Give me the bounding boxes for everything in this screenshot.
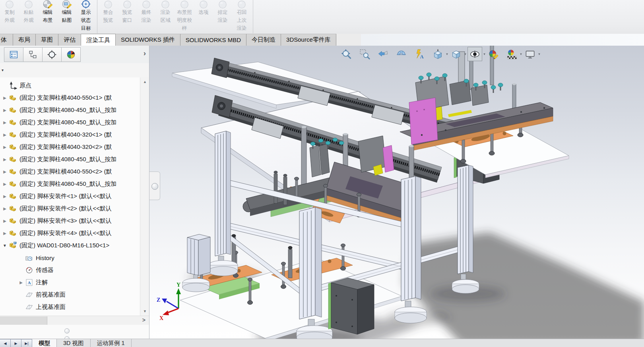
tree-item-part[interactable]: ▶ (固定) 支架脚柱4080-450_默认_按加 bbox=[0, 153, 140, 166]
copy-appearance[interactable]: 复制 外观 bbox=[0, 0, 19, 33]
dropdown-caret-icon[interactable]: ▾ bbox=[445, 52, 449, 56]
panel-expand-arrow-icon[interactable]: › bbox=[144, 49, 146, 58]
expand-arrow-icon[interactable]: ▶ bbox=[2, 206, 8, 211]
displaymanager-tab[interactable] bbox=[61, 47, 81, 62]
tree-item-part[interactable]: ▶ (固定) 支架脚柱横4040-550<2> (默 bbox=[0, 166, 140, 178]
motionbar-end-button[interactable]: ▶| bbox=[21, 339, 32, 347]
integrated-preview[interactable]: 整合 预览 bbox=[99, 0, 118, 33]
item-icon bbox=[9, 241, 17, 250]
motion-study-tab[interactable]: 运动算例 1 bbox=[91, 339, 132, 347]
splitter-grip-icon[interactable] bbox=[64, 328, 70, 334]
scene-illumination-proof[interactable]: 布景照 明度校 样 bbox=[175, 0, 194, 33]
tree-item-part[interactable]: ▶ (固定) 脚杯安装件<1> (默认<<默认 bbox=[0, 190, 140, 202]
previous-view-button[interactable] bbox=[376, 47, 390, 61]
scroll-up-icon[interactable]: ▲ bbox=[140, 80, 149, 84]
expand-arrow-icon[interactable]: ▶ bbox=[2, 182, 8, 186]
tree-vertical-scrollbar[interactable]: ▲ ▼ bbox=[140, 77, 149, 316]
tree-item-part[interactable]: ▶ (固定) 支架脚柱横4040-320<1> (默 bbox=[0, 129, 140, 141]
dropdown-caret-icon[interactable]: ▾ bbox=[482, 52, 487, 56]
tree-item-top-plane[interactable]: 上视基准面 bbox=[0, 301, 140, 313]
toolbar-button-label-line1: 选项 bbox=[199, 8, 209, 16]
zoom-to-fit-button[interactable] bbox=[339, 47, 353, 61]
propertymanager-tab[interactable] bbox=[23, 47, 43, 62]
apply-scene-button[interactable] bbox=[505, 47, 519, 61]
hide-show-items-button[interactable] bbox=[467, 47, 482, 61]
tree-item-part[interactable]: ▶ (固定) 支架脚柱横4040-320<2> (默 bbox=[0, 141, 140, 153]
display-state-target[interactable]: 显示 状态 目标 bbox=[76, 0, 97, 33]
scrollbar-thumb[interactable] bbox=[0, 316, 47, 325]
view-orientation-button[interactable] bbox=[431, 47, 445, 61]
dropdown-caret-icon[interactable]: ▾ bbox=[537, 52, 541, 56]
section-view-button[interactable] bbox=[394, 47, 408, 61]
expand-arrow-icon[interactable]: ▶ bbox=[2, 231, 8, 235]
tree-item-annotations[interactable]: ▶ 注解 bbox=[0, 276, 140, 289]
annotation-views-button[interactable] bbox=[413, 47, 427, 61]
final-render[interactable]: 最终 渲染 bbox=[137, 0, 156, 33]
toolbar-button-label-line1: 整合 bbox=[103, 8, 113, 16]
recall-last-render[interactable]: 召回 上次 渲染 bbox=[232, 0, 253, 33]
commandmanager-tab[interactable]: SOLIDWORKS MBD bbox=[180, 34, 246, 46]
tree-item-part[interactable]: ▶ (固定) 脚杯安装件<3> (默认<<默认 bbox=[0, 215, 140, 227]
commandmanager-tab[interactable]: 3DSource零件库 bbox=[281, 34, 336, 46]
tree-item-part-expanded[interactable]: ▼ (固定) WAD01-D80-M16-L150<1> bbox=[0, 239, 140, 252]
motionbar-play-button[interactable]: ▶ bbox=[10, 339, 21, 347]
dropdown-caret-icon[interactable]: ▾ bbox=[463, 52, 467, 56]
expand-arrow-icon[interactable]: ▶ bbox=[2, 133, 8, 137]
3d-views-tab[interactable]: 3D 视图 bbox=[57, 339, 91, 347]
commandmanager-tab[interactable]: 草图 bbox=[36, 34, 58, 46]
motionbar-prev-button[interactable]: ◀ bbox=[0, 339, 11, 347]
display-style-button[interactable] bbox=[449, 47, 463, 61]
edit-appearance-button[interactable] bbox=[487, 47, 500, 61]
model-tab[interactable]: 模型 bbox=[32, 339, 57, 347]
tree-item-label: (固定) 支架脚柱横4040-550<1> (默 bbox=[19, 94, 112, 102]
expand-arrow-icon[interactable]: ▶ bbox=[2, 108, 8, 112]
expand-arrow-icon[interactable]: ▶ bbox=[2, 170, 8, 174]
tree-item-part[interactable]: ▶ (固定) 脚杯安装件<4> (默认<<默认 bbox=[0, 227, 140, 239]
commandmanager-tab[interactable]: 布局 bbox=[13, 34, 36, 46]
dropdown-caret-icon[interactable]: ▾ bbox=[519, 52, 523, 56]
view-settings-button[interactable] bbox=[523, 47, 537, 61]
options[interactable]: 选项 bbox=[194, 0, 213, 33]
scroll-right-icon[interactable]: > bbox=[142, 317, 145, 323]
expand-arrow-icon[interactable]: ▶ bbox=[18, 280, 24, 285]
triad-z-label: Z bbox=[157, 297, 160, 303]
expand-arrow-icon[interactable]: ▶ bbox=[2, 157, 8, 162]
expand-arrow-icon[interactable]: ▼ bbox=[2, 243, 8, 248]
splitter-knob-icon[interactable] bbox=[151, 183, 158, 190]
expand-arrow-icon[interactable]: ▶ bbox=[2, 120, 8, 125]
tree-item-origin[interactable]: 原点 bbox=[0, 79, 140, 92]
tree-item-part[interactable]: ▶ (固定) 脚杯安装件<2> (默认<<默认 bbox=[0, 202, 140, 215]
render-region[interactable]: 渲染 区域 bbox=[156, 0, 175, 33]
expand-arrow-icon[interactable]: ▶ bbox=[2, 96, 8, 100]
commandmanager-tab[interactable]: SOLIDWORKS 插件 bbox=[116, 34, 180, 46]
configurationmanager-tab[interactable] bbox=[42, 47, 62, 62]
tree-item-front-plane[interactable]: 前视基准面 bbox=[0, 289, 140, 301]
tree-item-part[interactable]: ▶ (固定) 支架脚柱4080-450_默认_按加 bbox=[0, 116, 140, 129]
zoom-to-area-button[interactable] bbox=[358, 47, 372, 61]
tree-item-sensors[interactable]: 传感器 bbox=[0, 264, 140, 276]
panel-splitter[interactable] bbox=[0, 325, 149, 339]
tree-item-part[interactable]: ▶ (固定) 支架脚柱4080-450_默认_按加 bbox=[0, 104, 140, 116]
expand-arrow-icon[interactable]: ▶ bbox=[2, 194, 8, 199]
tree-filter-row[interactable]: ▾ bbox=[0, 63, 149, 78]
commandmanager-tab[interactable]: 渲染工具 bbox=[81, 34, 116, 46]
paste-appearance[interactable]: 粘贴 外观 bbox=[19, 0, 38, 33]
edit-decal[interactable]: 编辑 贴图 bbox=[57, 0, 76, 33]
schedule-render[interactable]: 排定 渲染 bbox=[213, 0, 232, 33]
tree-horizontal-scrollbar[interactable]: > bbox=[0, 316, 149, 325]
commandmanager-tab[interactable]: 今日制造 bbox=[246, 34, 281, 46]
expand-arrow-icon[interactable]: ▶ bbox=[2, 219, 8, 223]
commandmanager-tab[interactable]: 评估 bbox=[58, 34, 81, 46]
panel-collapse-handle[interactable] bbox=[149, 172, 160, 200]
edit-scene[interactable]: 编辑 布景 bbox=[38, 0, 57, 33]
tree-item-part[interactable]: ▶ (固定) 支架脚柱4080-450_默认_按加 bbox=[0, 178, 140, 190]
tree-flyout-caret-icon[interactable]: ▾ bbox=[2, 68, 4, 72]
tree-item-history[interactable]: History bbox=[0, 252, 140, 264]
tree-item-part[interactable]: ▶ (固定) 支架脚柱横4040-550<1> (默 bbox=[0, 92, 140, 104]
expand-arrow-icon[interactable]: ▶ bbox=[2, 145, 8, 149]
featuremanager-tree-tab[interactable] bbox=[4, 47, 23, 62]
3d-viewport[interactable]: Y Z X bbox=[149, 46, 644, 339]
commandmanager-tab[interactable]: 体 bbox=[0, 34, 13, 46]
scroll-down-icon[interactable]: ▼ bbox=[140, 309, 149, 313]
preview-window[interactable]: 预览 窗口 bbox=[118, 0, 137, 33]
